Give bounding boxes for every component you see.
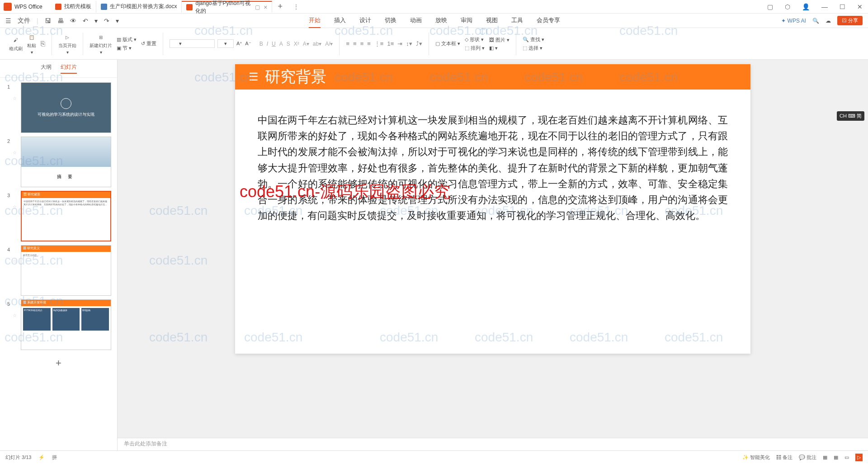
print-icon[interactable]: 🖶 (57, 17, 64, 24)
copy-icon[interactable]: ⎘ (41, 40, 45, 48)
slide[interactable]: ☰ 研究背景 中国在两千年左右就已经对计算机这一块发展到相当的规模了，现在老百姓… (235, 64, 750, 354)
slideshow-view-icon[interactable]: ▷ (855, 454, 863, 461)
star-icon[interactable]: ☆ (13, 191, 18, 209)
window-layout-icon[interactable]: ▢ (765, 3, 775, 10)
thumbnail-2[interactable]: 摘 要 (21, 137, 111, 187)
layout-button[interactable]: ▥ 版式 ▾ (117, 36, 137, 43)
cloud-icon[interactable]: ☁ (826, 18, 831, 24)
share-button[interactable]: ⮹ 分享 (837, 16, 863, 25)
from-current-button[interactable]: ▷当页开始 ▾ (58, 33, 76, 55)
slide-title[interactable]: 研究背景 (265, 66, 326, 87)
new-tab-button[interactable]: + (272, 2, 288, 11)
superscript-icon[interactable]: X² (294, 41, 299, 47)
increase-font-icon[interactable]: A⁺ (236, 41, 242, 47)
undo-icon[interactable]: ↶ (83, 17, 88, 24)
align-left-icon[interactable]: ≡ (346, 40, 349, 47)
find-button[interactable]: 🔍 查找 ▾ (523, 36, 544, 43)
font-family-select[interactable]: ▾ (170, 39, 215, 48)
cube-icon[interactable]: ⬡ (783, 3, 792, 10)
print-preview-icon[interactable]: 👁 (70, 17, 76, 24)
bullets-icon[interactable]: ⋮≡ (374, 40, 384, 47)
user-icon[interactable]: 👤 (800, 3, 811, 10)
thumbnail-3[interactable]: ☰ 研究背景 中国在两千年左右就已经对计算机这一块发展到相当的规模了，现在老百姓… (21, 191, 111, 241)
tab-home[interactable]: 开始 (309, 14, 321, 28)
line-spacing-icon[interactable]: ↕▾ (406, 40, 412, 47)
slide-body[interactable]: 中国在两千年左右就已经对计算机这一块发展到相当的规模了，现在老百姓们越来越离不开… (235, 90, 750, 246)
menu-icon[interactable]: ☰ (5, 17, 11, 24)
redo-dropdown-icon[interactable]: ▾ (116, 17, 119, 24)
underline-icon[interactable]: U (272, 41, 276, 47)
clear-format-icon[interactable]: A/▾ (325, 41, 333, 47)
tab-design[interactable]: 设计 (359, 14, 371, 28)
format-painter-button[interactable]: 🖌格式刷 (9, 36, 23, 52)
wps-ai-button[interactable]: ✦ WPS AI (781, 18, 806, 24)
notes-button[interactable]: ☷ 备注 (776, 454, 793, 461)
tab-presentation[interactable]: django基于Python可视化的 ▢ × (182, 1, 272, 13)
thumbnail-4[interactable]: ☰ 研究意义 研究意义内容... (21, 245, 111, 296)
tab-vip[interactable]: 会员专享 (537, 14, 560, 28)
star-icon[interactable]: ☆ (13, 137, 18, 155)
star-icon[interactable]: ☆ (13, 82, 18, 101)
notes-area[interactable]: 单击此处添加备注 (118, 438, 868, 450)
tab-template[interactable]: 找稻壳模板 (51, 1, 96, 13)
search-icon[interactable]: 🔍 (812, 18, 819, 24)
numbering-icon[interactable]: 1≡ (387, 40, 394, 47)
indent-icon[interactable]: ⇥ (397, 40, 402, 47)
close-icon[interactable]: ✕ (855, 3, 864, 10)
tab-animation[interactable]: 动画 (410, 14, 422, 28)
tab-docx[interactable]: 生产印模图片替换方案.docx (96, 1, 182, 13)
select-button[interactable]: ⬚ 选择 ▾ (523, 45, 544, 52)
save-icon[interactable]: 🖫 (45, 17, 51, 24)
tab-slideshow[interactable]: 放映 (435, 14, 447, 28)
star-icon[interactable]: ☆ (13, 299, 18, 318)
bold-icon[interactable]: B (259, 41, 263, 47)
align-center-icon[interactable]: ≡ (353, 40, 357, 47)
font-color-icon[interactable]: A▾ (303, 41, 309, 47)
smart-beautify-button[interactable]: ✨ 智能美化 (742, 454, 770, 461)
align-justify-icon[interactable]: ≡ (367, 40, 371, 47)
normal-view-icon[interactable]: ▦ (823, 455, 827, 460)
ime-badge[interactable]: CH ⌨ 简 (837, 111, 864, 121)
shape-button[interactable]: ◇ 形状 ▾ (465, 36, 485, 43)
picture-button[interactable]: 🖼 图片 ▾ (489, 37, 509, 43)
font-size-select[interactable]: ▾ (217, 39, 234, 48)
close-icon[interactable]: × (264, 4, 267, 11)
arrange-button[interactable]: ⬚ 排列 ▾ (465, 45, 485, 52)
tab-view[interactable]: 视图 (486, 14, 498, 28)
reading-view-icon[interactable]: ▭ (844, 455, 849, 460)
tab-tools[interactable]: 工具 (511, 14, 523, 28)
maximize-icon[interactable]: ☐ (838, 3, 847, 10)
italic-icon[interactable]: I (267, 41, 268, 47)
canvas-wrap[interactable]: ☰ 研究背景 中国在两千年左右就已经对计算机这一块发展到相当的规模了，现在老百姓… (118, 60, 868, 438)
tab-insert[interactable]: 插入 (334, 14, 346, 28)
tab-review[interactable]: 审阅 (461, 14, 472, 28)
redo-icon[interactable]: ↷ (104, 17, 109, 24)
thumbnail-1[interactable]: 可视化的学习系统的设计与实现 (21, 82, 111, 133)
tab-transition[interactable]: 切换 (385, 14, 396, 28)
reset-button[interactable]: ↺ 重置 (141, 40, 156, 47)
text-direction-icon[interactable]: ⤴▾ (416, 40, 422, 47)
comments-button[interactable]: 💬 批注 (799, 454, 816, 461)
section-button[interactable]: ▣ 节 ▾ (117, 45, 137, 52)
thumbnail-5[interactable]: ☰ 系统开发环境 PYTHON语言简介 MySQL数据库 B/S架构 (21, 299, 111, 350)
tab-menu-button[interactable]: ⋮ (288, 4, 304, 10)
star-icon[interactable]: ☆ (13, 245, 18, 264)
file-menu[interactable]: 文件 (18, 17, 30, 25)
add-slide-button[interactable]: + (0, 352, 117, 374)
undo-dropdown-icon[interactable]: ▾ (94, 17, 98, 24)
slides-tab[interactable]: 幻灯片 (61, 63, 77, 74)
language-icon[interactable]: 拼 (52, 454, 57, 461)
paste-button[interactable]: 📋粘贴 ▾ (27, 33, 36, 55)
align-right-icon[interactable]: ≡ (360, 40, 364, 47)
minimize-icon[interactable]: — (820, 3, 830, 10)
outline-tab[interactable]: 大纲 (41, 63, 52, 74)
fill-icon[interactable]: ◧ ▾ (489, 45, 509, 51)
spellcheck-icon[interactable]: ⚡ (38, 455, 45, 460)
textbox-button[interactable]: ▢ 文本框 ▾ (435, 40, 460, 47)
new-slide-button[interactable]: ⊞新建幻灯片 ▾ (90, 33, 112, 55)
decrease-font-icon[interactable]: A⁻ (245, 41, 251, 47)
strike-icon[interactable]: A (279, 41, 283, 47)
sorter-view-icon[interactable]: ▦ (834, 455, 838, 460)
highlight-icon[interactable]: ab▾ (313, 41, 321, 47)
strikethrough-icon[interactable]: S (287, 41, 290, 47)
